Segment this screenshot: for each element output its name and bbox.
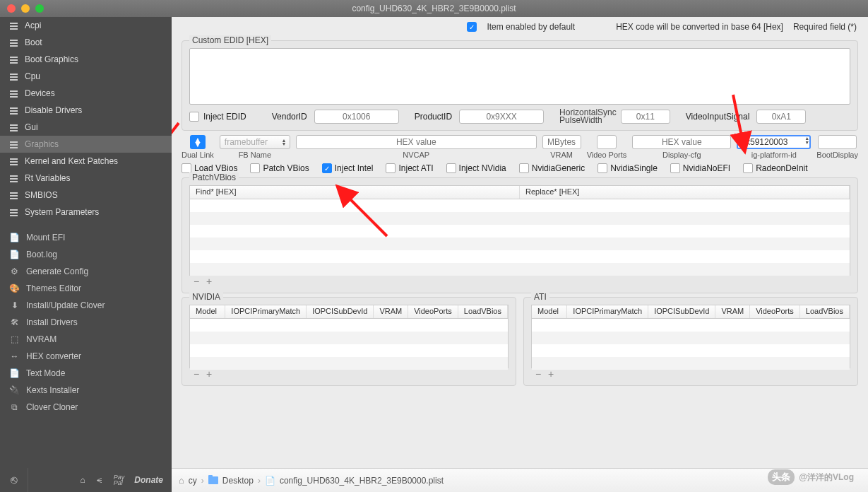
tool-clover-cloner[interactable]: ⧉Clover Cloner xyxy=(0,399,172,416)
home-icon: ⌂ xyxy=(179,475,184,486)
patch-vbios-header: Find* [HEX] Replace* [HEX] xyxy=(189,185,850,199)
tools-icon: 🛠 xyxy=(10,318,19,327)
sidebar-footer: ⎋ ⌂ ⪪ PayPal Donate xyxy=(0,468,172,492)
sidebar-item-system-parameters[interactable]: System Parameters xyxy=(0,204,172,221)
nvidia-noefi-checkbox[interactable] xyxy=(670,163,680,173)
custom-edid-textarea[interactable] xyxy=(189,48,850,105)
doc-icon: 📄 xyxy=(10,369,19,378)
ati-table[interactable] xyxy=(531,319,850,368)
ati-header: Model IOPCIPrimaryMatch IOPCISubDevId VR… xyxy=(531,305,850,319)
inject-nvidia-checkbox[interactable] xyxy=(446,163,456,173)
remove-row-button[interactable]: − xyxy=(533,370,544,380)
sidebar-item-kernel-kext[interactable]: Kernel and Kext Patches xyxy=(0,153,172,170)
remove-row-button[interactable]: − xyxy=(191,370,202,380)
nvidia-header: Model IOPCIPrimaryMatch IOPCISubDevId VR… xyxy=(189,305,509,319)
enabled-checkbox[interactable]: ✓ xyxy=(467,22,477,32)
tool-install-clover[interactable]: ⬇Install/Update Clover xyxy=(0,297,172,314)
tool-kexts-installer[interactable]: 🔌Kexts Installer xyxy=(0,382,172,399)
titlebar: config_UHD630_4K_HBR2_3E9B0000.plist xyxy=(0,0,868,17)
ati-group: ATI Model IOPCIPrimaryMatch IOPCISubDevI… xyxy=(523,297,858,386)
sidebar-item-boot[interactable]: Boot xyxy=(0,34,172,51)
swap-icon: ↔ xyxy=(10,352,19,361)
patch-vbios-checkbox[interactable] xyxy=(250,163,260,173)
close-button[interactable] xyxy=(7,4,16,13)
tool-text-mode[interactable]: 📄Text Mode xyxy=(0,365,172,382)
tool-generate-config[interactable]: ⚙Generate Config xyxy=(0,263,172,280)
boot-display-input[interactable] xyxy=(818,135,857,149)
sidebar-item-disable-drivers[interactable]: Disable Drivers xyxy=(0,102,172,119)
file-icon: 📄 xyxy=(265,476,275,486)
nvidia-table[interactable] xyxy=(189,319,509,368)
radeon-deinit-checkbox[interactable] xyxy=(743,163,753,173)
minimize-button[interactable] xyxy=(21,4,30,13)
add-row-button[interactable]: + xyxy=(545,370,557,380)
sidebar-item-gui[interactable]: Gui xyxy=(0,119,172,136)
window-title: config_UHD630_4K_HBR2_3E9B0000.plist xyxy=(352,4,516,13)
hex-note: HEX code will be converted in base 64 [H… xyxy=(616,22,783,32)
chevron-updown-icon: ▲▼ xyxy=(280,136,288,148)
tool-install-drivers[interactable]: 🛠Install Drivers xyxy=(0,314,172,331)
plug-icon: 🔌 xyxy=(10,386,19,395)
sidebar-item-boot-graphics[interactable]: Boot Graphics xyxy=(0,51,172,68)
hsync-input[interactable] xyxy=(621,110,670,124)
tool-mount-efi[interactable]: 📄Mount EFI xyxy=(0,229,172,246)
inject-intel-checkbox[interactable]: ✓ xyxy=(322,163,332,173)
tool-themes-editor[interactable]: 🎨Themes Editor xyxy=(0,280,172,297)
add-row-button[interactable]: + xyxy=(203,277,215,287)
remove-row-button[interactable]: − xyxy=(191,277,202,287)
sidebar-item-devices[interactable]: Devices xyxy=(0,85,172,102)
chevron-updown-icon: ▲▼ xyxy=(804,136,809,145)
vis-input[interactable] xyxy=(756,110,806,124)
load-vbios-checkbox[interactable] xyxy=(182,163,191,173)
required-note: Required field (*) xyxy=(793,22,857,32)
sidebar-item-acpi[interactable]: Acpi xyxy=(0,17,172,34)
vram-input[interactable] xyxy=(542,135,581,149)
tool-hex-converter[interactable]: ↔HEX converter xyxy=(0,348,172,365)
fb-name-select[interactable]: framebuffer▲▼ xyxy=(220,135,290,149)
main-panel: ✓ Item enabled by default HEX code will … xyxy=(172,17,868,468)
add-row-button[interactable]: + xyxy=(203,370,215,380)
enabled-label: Item enabled by default xyxy=(487,22,575,32)
svg-line-0 xyxy=(172,123,179,169)
zoom-button[interactable] xyxy=(35,4,44,13)
inject-ati-checkbox[interactable] xyxy=(386,163,396,173)
video-ports-input[interactable] xyxy=(597,135,617,149)
sidebar-item-cpu[interactable]: Cpu xyxy=(0,68,172,85)
productid-input[interactable] xyxy=(459,110,544,124)
folder-icon xyxy=(208,476,218,484)
patch-vbios-group: PatchVBios Find* [HEX] Replace* [HEX] −+ xyxy=(182,177,858,293)
patch-vbios-table[interactable] xyxy=(189,199,850,276)
crumb-user[interactable]: cy xyxy=(189,476,197,486)
download-icon: ⬇ xyxy=(10,301,19,310)
breadcrumb: ⌂ cy › Desktop › 📄 config_UHD630_4K_HBR2… xyxy=(172,468,868,492)
home-icon[interactable]: ⌂ xyxy=(81,475,85,485)
sidebar-item-graphics[interactable]: Graphics xyxy=(0,136,172,153)
gear-icon: ⚙ xyxy=(10,267,19,276)
sidebar-item-smbios[interactable]: SMBIOS xyxy=(0,187,172,204)
palette-icon: 🎨 xyxy=(10,284,19,293)
display-cfg-input[interactable] xyxy=(632,135,731,149)
nvidia-group: NVIDIA Model IOPCIPrimaryMatch IOPCISubD… xyxy=(182,297,516,386)
tool-boot-log[interactable]: 📄Boot.log xyxy=(0,246,172,263)
copy-icon: ⧉ xyxy=(10,403,19,412)
paypal-icon: PayPal xyxy=(114,474,125,486)
crumb-desktop[interactable]: Desktop xyxy=(222,476,254,486)
sidebar-item-rt-variables[interactable]: Rt Variables xyxy=(0,170,172,187)
vendorid-input[interactable] xyxy=(314,110,399,124)
nvidia-generic-checkbox[interactable] xyxy=(519,163,529,173)
crumb-file[interactable]: config_UHD630_4K_HBR2_3E9B0000.plist xyxy=(280,476,444,486)
chip-icon: ⬚ xyxy=(10,335,19,344)
ig-platform-id-input[interactable] xyxy=(737,135,811,149)
donate-button[interactable]: Donate xyxy=(134,475,163,485)
exit-button[interactable]: ⎋ xyxy=(0,468,28,492)
doc-icon: 📄 xyxy=(10,250,19,259)
nvcap-input[interactable] xyxy=(296,135,537,149)
sidebar: Acpi Boot Boot Graphics Cpu Devices Disa… xyxy=(0,17,172,468)
share-icon[interactable]: ⪪ xyxy=(95,475,104,485)
doc-icon: 📄 xyxy=(10,233,19,242)
nvidia-single-checkbox[interactable] xyxy=(598,163,607,173)
watermark: 头条 @洋洋的VLog xyxy=(768,469,854,485)
dual-link-stepper[interactable]: ▲▼ xyxy=(190,135,206,149)
tool-nvram[interactable]: ⬚NVRAM xyxy=(0,331,172,348)
inject-edid-checkbox[interactable] xyxy=(189,112,199,122)
